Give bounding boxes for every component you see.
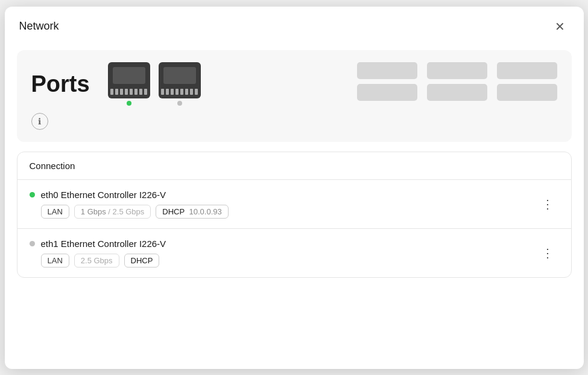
usb-ports-grid	[357, 62, 557, 101]
ethernet-port-1	[159, 62, 201, 106]
eth0-main-row: eth0 Ethernet Controller I226-V	[30, 190, 537, 200]
ports-top: Ports	[31, 62, 557, 106]
eth0-speed-tag: 1 Gbps / 2.5 Gbps	[74, 205, 151, 219]
more-icon: ⋮	[542, 247, 554, 259]
usb-port-2	[427, 62, 487, 79]
eth1-dhcp-tag: DHCP	[124, 254, 160, 268]
connection-row-eth0: eth0 Ethernet Controller I226-V LAN 1 Gb…	[17, 180, 571, 229]
connection-left-eth0: eth0 Ethernet Controller I226-V LAN 1 Gb…	[30, 190, 537, 219]
pin	[139, 89, 142, 95]
pin	[134, 89, 138, 95]
eth0-ip: 10.0.0.93	[189, 207, 222, 216]
eth0-name: eth0 Ethernet Controller I226-V	[41, 190, 537, 200]
pin	[161, 89, 164, 95]
port-status-dot-0	[127, 101, 131, 106]
pin	[180, 89, 183, 95]
ethernet-pins-1	[161, 89, 198, 95]
usb-port-1	[357, 62, 417, 79]
pin	[120, 89, 123, 95]
more-icon: ⋮	[542, 198, 554, 210]
ethernet-pins-0	[110, 89, 147, 95]
pin	[175, 89, 179, 95]
pin	[125, 89, 128, 95]
ethernet-port-0	[108, 62, 150, 106]
eth0-status-dot	[30, 192, 35, 197]
pin	[115, 89, 118, 95]
ethernet-jack-icon-0	[108, 62, 150, 98]
info-button[interactable]: ℹ	[31, 113, 48, 130]
network-dialog: Network ✕ Ports	[5, 7, 584, 369]
eth1-main-row: eth1 Ethernet Controller I226-V	[30, 239, 537, 249]
eth0-lan-tag: LAN	[41, 205, 69, 219]
pin	[166, 89, 169, 95]
ports-card: Ports	[17, 50, 572, 142]
eth1-status-dot	[30, 241, 35, 246]
ports-title: Ports	[31, 72, 90, 95]
pin	[171, 89, 174, 95]
pin	[144, 89, 147, 95]
info-icon: ℹ	[38, 117, 41, 126]
dialog-title: Network	[19, 20, 59, 33]
ethernet-ports-group	[108, 62, 201, 106]
connection-left-eth1: eth1 Ethernet Controller I226-V LAN 2.5 …	[30, 239, 537, 268]
eth0-tags: LAN 1 Gbps / 2.5 Gbps DHCP 10.0.0.93	[41, 205, 537, 219]
eth1-name: eth1 Ethernet Controller I226-V	[41, 239, 537, 249]
eth1-speed-tag: 2.5 Gbps	[74, 254, 119, 268]
connection-row-eth1: eth1 Ethernet Controller I226-V LAN 2.5 …	[17, 229, 571, 277]
connection-card: Connection eth0 Ethernet Controller I226…	[17, 152, 572, 278]
ethernet-jack-icon-1	[159, 62, 201, 98]
close-button[interactable]: ✕	[551, 18, 569, 36]
pin	[185, 89, 188, 95]
port-status-dot-1	[177, 101, 182, 106]
usb-port-6	[497, 84, 557, 101]
eth0-dhcp-tag: DHCP 10.0.0.93	[156, 205, 228, 219]
pin	[195, 89, 198, 95]
eth1-lan-tag: LAN	[41, 254, 69, 268]
dialog-header: Network ✕	[5, 7, 584, 43]
eth0-more-button[interactable]: ⋮	[537, 196, 559, 213]
pin	[130, 89, 133, 95]
usb-port-4	[357, 84, 417, 101]
ports-info-row: ℹ	[31, 113, 557, 130]
close-icon: ✕	[555, 19, 565, 34]
dialog-body: Ports	[5, 43, 584, 290]
connection-section-header: Connection	[17, 152, 571, 180]
eth1-more-button[interactable]: ⋮	[537, 245, 559, 261]
pin	[110, 89, 113, 95]
usb-port-3	[497, 62, 557, 79]
usb-port-5	[427, 84, 487, 101]
eth1-tags: LAN 2.5 Gbps DHCP	[41, 254, 537, 268]
pin	[190, 89, 193, 95]
